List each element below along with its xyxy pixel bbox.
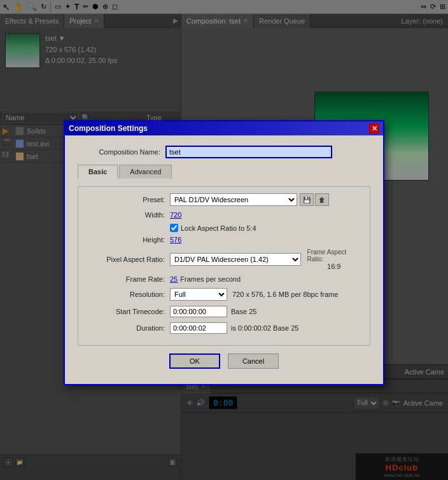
ok-button[interactable]: OK [169, 353, 220, 369]
height-row: Height: 576 [87, 236, 361, 243]
duration-info: is 0:00:00:02 Base 25 [231, 324, 298, 332]
frame-rate-label: Frame Rate: [87, 275, 170, 283]
frame-aspect-label: Frame Aspect Ratio: [307, 249, 361, 263]
width-row: Width: 720 [87, 211, 361, 219]
dialog-titlebar: Composition Settings ✕ [65, 121, 383, 135]
duration-input[interactable] [170, 322, 227, 334]
preset-select[interactable]: PAL D1/DV Widescreen [170, 193, 297, 206]
pixel-aspect-row: Pixel Aspect Ratio: D1/DV PAL Widescreen… [87, 249, 361, 270]
preset-label: Preset: [87, 196, 170, 203]
height-value[interactable]: 576 [170, 236, 181, 243]
lock-aspect-row: Lock Aspect Ratio to 5:4 [170, 224, 361, 232]
dialog-body: Composition Name: Basic Advanced Preset: [65, 135, 383, 384]
duration-label: Duration: [87, 324, 170, 332]
form-section: Preset: PAL D1/DV Widescreen 💾 🗑 Width: … [78, 186, 370, 346]
comp-name-input[interactable] [165, 146, 332, 158]
dialog-tab-basic[interactable]: Basic [78, 165, 118, 179]
lock-aspect-label: Lock Aspect Ratio to 5:4 [181, 224, 256, 232]
frame-aspect-block: Frame Aspect Ratio: 16:9 [307, 249, 361, 270]
resolution-select-dialog[interactable]: Full Half Third Quarter Custom [170, 288, 227, 301]
duration-row: Duration: is 0:00:00:02 Base 25 [87, 322, 361, 334]
composition-settings-dialog: Composition Settings ✕ Composition Name:… [64, 120, 384, 385]
preset-save-btn[interactable]: 💾 [300, 193, 314, 206]
start-tc-input[interactable] [170, 306, 227, 317]
dialog-buttons: OK Cancel [78, 346, 370, 374]
frame-rate-value[interactable]: 25 [170, 275, 178, 283]
width-label: Width: [87, 211, 170, 219]
dialog-tabs: Basic Advanced [78, 165, 370, 179]
comp-name-label: Composition Name: [78, 148, 160, 156]
pixel-aspect-select[interactable]: D1/DV PAL Widescreen (1.42) [170, 253, 301, 266]
width-value[interactable]: 720 [170, 211, 181, 219]
start-tc-label: Start Timecode: [87, 308, 170, 315]
cancel-button[interactable]: Cancel [228, 353, 279, 369]
modal-overlay: Composition Settings ✕ Composition Name:… [0, 0, 448, 480]
lock-aspect-checkbox[interactable] [170, 224, 178, 232]
comp-name-row: Composition Name: [78, 146, 370, 158]
start-tc-row: Start Timecode: Base 25 [87, 306, 361, 317]
start-base-label: Base 25 [231, 308, 256, 315]
frame-aspect-value: 16:9 [307, 263, 361, 270]
resolution-label: Resolution: [87, 291, 170, 298]
resolution-info: 720 x 576, 1.6 MB per 8bpc frame [232, 291, 338, 298]
preset-row: Preset: PAL D1/DV Widescreen 💾 🗑 [87, 193, 361, 206]
height-label: Height: [87, 236, 170, 243]
frame-rate-row: Frame Rate: 25 Frames per second [87, 275, 361, 283]
preset-delete-btn[interactable]: 🗑 [315, 193, 329, 206]
dialog-tab-advanced[interactable]: Advanced [119, 165, 172, 179]
dialog-close-button[interactable]: ✕ [369, 123, 379, 134]
resolution-row: Resolution: Full Half Third Quarter Cust… [87, 288, 361, 301]
frame-rate-suffix: Frames per second [180, 275, 241, 283]
dialog-title: Composition Settings [69, 124, 369, 133]
pixel-aspect-label: Pixel Aspect Ratio: [87, 256, 170, 263]
